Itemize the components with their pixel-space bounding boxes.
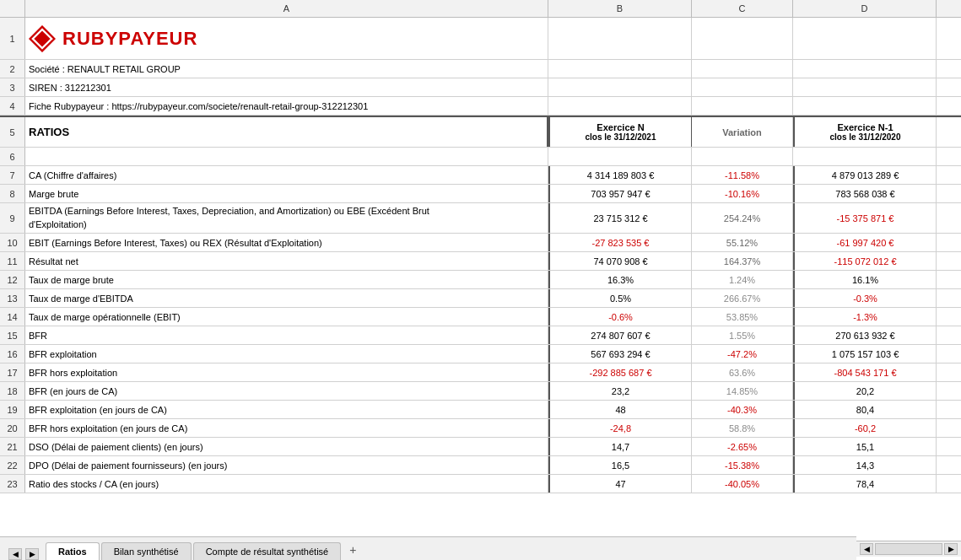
cell-11-d: -115 072 012 € <box>793 252 937 270</box>
cell-11-a: Résultat net <box>25 252 548 270</box>
table-row: 17 BFR hors exploitation -292 885 687 € … <box>0 363 961 382</box>
cell-6-d <box>793 148 937 165</box>
cell-11-c: 164.37% <box>692 252 793 270</box>
scrollbar-area: ◀ ▶ <box>856 541 961 557</box>
logo-payeur: PAYEUR <box>118 28 197 49</box>
cell-10-a: EBIT (Earnings Before Interest, Taxes) o… <box>25 234 548 251</box>
cell-8-d: 783 568 038 € <box>793 185 937 202</box>
tab-compte[interactable]: Compte de résultat synthétisé <box>193 542 342 560</box>
cell-14-d: -1.3% <box>793 308 937 326</box>
cell-17-c: 63.6% <box>692 363 793 381</box>
row-number: 11 <box>0 252 25 270</box>
table-row: 19 BFR exploitation (en jours de CA) 48 … <box>0 401 961 419</box>
cell-22-c: -15.38% <box>692 456 793 474</box>
cell-2-d <box>793 60 937 78</box>
cell-14-b: -0.6% <box>548 308 692 326</box>
cell-18-c: 14.85% <box>692 382 793 400</box>
row-number: 15 <box>0 326 25 344</box>
tabs-bar: ◀ ▶ Ratios Bilan synthétisé Compte de ré… <box>0 536 856 560</box>
cell-21-a: DSO (Délai de paiement clients) (en jour… <box>25 438 548 455</box>
table-row: 9 EBITDA (Earnings Before Interest, Taxe… <box>0 203 961 234</box>
table-row: 14 Taux de marge opérationnelle (EBIT) -… <box>0 308 961 326</box>
cell-19-a: BFR exploitation (en jours de CA) <box>25 401 548 418</box>
cell-14-a: Taux de marge opérationnelle (EBIT) <box>25 308 548 326</box>
cell-8-c: -10.16% <box>692 185 793 202</box>
cell-14-c: 53.85% <box>692 308 793 326</box>
cell-7-d: 4 879 013 289 € <box>793 166 937 184</box>
cell-8-a: Marge brute <box>25 185 548 202</box>
cell-3-c <box>692 78 793 96</box>
cell-19-b: 48 <box>548 401 692 418</box>
cell-9-a-line1: EBITDA (Earnings Before Interest, Taxes,… <box>29 205 429 218</box>
row-number: 23 <box>0 475 25 493</box>
column-headers: A B C D <box>0 0 961 18</box>
row-number: 10 <box>0 234 25 251</box>
cell-20-d: -60,2 <box>793 419 937 437</box>
cell-17-d: -804 543 171 € <box>793 363 937 381</box>
cell-15-d: 270 613 932 € <box>793 326 937 344</box>
row-number: 19 <box>0 401 25 418</box>
row-number: 1 <box>0 18 25 59</box>
row-number: 6 <box>0 148 25 165</box>
row-number: 14 <box>0 308 25 326</box>
logo-ruby: RUBY <box>62 28 118 49</box>
exercice-n-date: clos le 31/12/2021 <box>586 132 656 142</box>
cell-12-d: 16.1% <box>793 271 937 288</box>
tab-bilan[interactable]: Bilan synthétisé <box>101 542 192 560</box>
table-row: 20 BFR hors exploitation (en jours de CA… <box>0 419 961 438</box>
table-row: 7 CA (Chiffre d'affaires) 4 314 189 803 … <box>0 166 961 185</box>
cell-20-b: -24,8 <box>548 419 692 437</box>
row-number: 5 <box>0 117 25 147</box>
cell-13-d: -0.3% <box>793 289 937 307</box>
header-row: 5 RATIOS Exercice N clos le 31/12/2021 V… <box>0 116 961 148</box>
row-number: 13 <box>0 289 25 307</box>
cell-21-d: 15,1 <box>793 438 937 455</box>
table-row: 3 SIREN : 312212301 <box>0 78 961 97</box>
ruby-payeur-logo-icon <box>29 25 56 52</box>
row-number: 4 <box>0 97 25 115</box>
cell-19-c: -40.3% <box>692 401 793 418</box>
row-number: 18 <box>0 382 25 400</box>
cell-7-c: -11.58% <box>692 166 793 184</box>
cell-15-c: 1.55% <box>692 326 793 344</box>
cell-22-a: DPO (Délai de paiement fournisseurs) (en… <box>25 456 548 474</box>
table-row: 18 BFR (en jours de CA) 23,2 14.85% 20,2 <box>0 382 961 401</box>
cell-15-b: 274 807 607 € <box>548 326 692 344</box>
cell-6-b <box>548 148 692 165</box>
row-number: 3 <box>0 78 25 96</box>
table-row: 21 DSO (Délai de paiement clients) (en j… <box>0 438 961 456</box>
col-header-d: D <box>793 0 937 17</box>
row-number: 9 <box>0 203 25 233</box>
table-row: 22 DPO (Délai de paiement fournisseurs) … <box>0 456 961 475</box>
col-header-c: C <box>692 0 793 17</box>
cell-1-b <box>548 18 692 59</box>
ratios-header: RATIOS <box>25 117 548 147</box>
scroll-left-button[interactable]: ◀ <box>8 548 22 560</box>
horizontal-scrollbar[interactable] <box>875 543 942 555</box>
cell-21-b: 14,7 <box>548 438 692 455</box>
table-row: 1 RUBYPAYEUR <box>0 18 961 60</box>
cell-10-d: -61 997 420 € <box>793 234 937 251</box>
table-row: 11 Résultat net 74 070 908 € 164.37% -11… <box>0 252 961 271</box>
row-number: 12 <box>0 271 25 288</box>
scroll-right-button[interactable]: ▶ <box>25 548 39 560</box>
cell-11-b: 74 070 908 € <box>548 252 692 270</box>
corner-cell <box>0 0 25 17</box>
row-number: 7 <box>0 166 25 184</box>
cell-6-c <box>692 148 793 165</box>
row-number: 2 <box>0 60 25 78</box>
cell-2-c <box>692 60 793 78</box>
scroll-left-h-button[interactable]: ◀ <box>860 543 873 555</box>
cell-4-b <box>548 97 692 115</box>
cell-23-c: -40.05% <box>692 475 793 493</box>
cell-3-b <box>548 78 692 96</box>
tab-ratios[interactable]: Ratios <box>46 542 100 560</box>
add-sheet-button[interactable]: + <box>343 540 363 560</box>
cell-7-b: 4 314 189 803 € <box>548 166 692 184</box>
row-number: 16 <box>0 345 25 363</box>
table-row: 6 <box>0 148 961 166</box>
spreadsheet-container: A B C D 1 RUBYPAYEUR <box>0 0 961 560</box>
table-row: 2 Société : RENAULT RETAIL GROUP <box>0 60 961 78</box>
scroll-right-h-button[interactable]: ▶ <box>944 543 958 555</box>
row-number: 8 <box>0 185 25 202</box>
